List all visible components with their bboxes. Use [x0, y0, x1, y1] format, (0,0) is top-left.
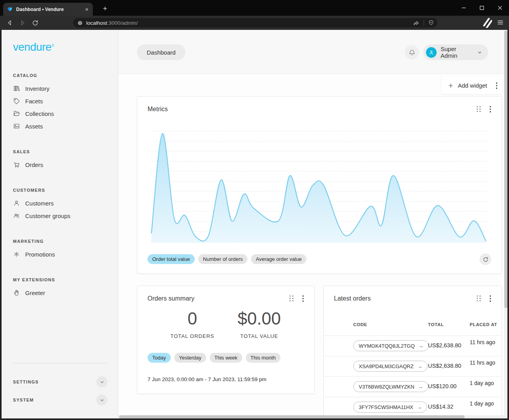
metrics-title: Metrics — [148, 106, 468, 113]
browser-tab[interactable]: Dashboard • Vendure × — [3, 3, 93, 16]
users-icon — [13, 212, 20, 219]
share-icon[interactable] — [413, 20, 420, 26]
order-row: XSA9PD4LM3CGAQRZ→US$2,638.8011 hrs ago — [324, 356, 502, 376]
address-bar[interactable]: localhost:3000/admin/ — [73, 18, 437, 28]
new-tab-button[interactable]: + — [100, 4, 110, 14]
nav-section-heading: MY EXTENSIONS — [13, 277, 107, 282]
plus-icon — [448, 83, 454, 89]
order-code-button[interactable]: XSA9PD4LM3CGAQRZ→ — [353, 361, 428, 372]
drag-handle-icon[interactable] — [290, 295, 294, 302]
sidebar-item-greeter[interactable]: Greeter — [13, 286, 107, 299]
breadcrumb[interactable]: Dashboard — [137, 44, 185, 60]
user-menu-button[interactable]: Super Admin — [423, 44, 488, 60]
tab-close-icon[interactable]: × — [84, 6, 89, 12]
latest-orders-table: CODETOTALPLACED ATWYMGK4TQQ8JL2TGQ→US$2,… — [324, 286, 502, 415]
range-tab-today[interactable]: Today — [148, 353, 171, 363]
back-button[interactable] — [5, 18, 15, 28]
sidebar-item-inventory[interactable]: Inventory — [13, 82, 107, 95]
sidebar-group-settings[interactable]: SETTINGS — [13, 373, 107, 391]
add-widget-bar: Add widget — [441, 77, 502, 94]
sidebar-group-system[interactable]: SYSTEM — [13, 391, 107, 409]
order-total: US$2,638.80 — [428, 342, 461, 348]
tab-title: Dashboard • Vendure — [16, 7, 81, 12]
cart-icon — [13, 161, 20, 168]
browser-titlebar: Dashboard • Vendure × + — [0, 0, 509, 16]
order-total: US$120.00 — [428, 383, 457, 389]
expand-button[interactable] — [96, 394, 107, 405]
nav-section-marketing: MARKETINGPromotions — [13, 239, 107, 260]
maximize-button[interactable] — [473, 0, 491, 16]
sidebar-item-label: Customer groups — [25, 213, 70, 219]
order-code-button[interactable]: 3FY7FSCWSHMA11HX→ — [353, 402, 427, 413]
nav-section-my-extensions: MY EXTENSIONSGreeter — [13, 277, 107, 299]
horizontal-scrollbar[interactable] — [118, 415, 504, 418]
order-placed-at: 1 day ago — [470, 380, 502, 387]
order-code: V3T6BW8ZQLWMYZKN — [359, 384, 414, 390]
refresh-button[interactable] — [479, 253, 491, 265]
forward-button[interactable] — [17, 18, 28, 28]
asterisk-icon — [13, 251, 20, 258]
arrow-right-icon: → — [418, 384, 423, 390]
sidebar-item-collections[interactable]: Collections — [13, 107, 107, 120]
sidebar-item-label: Greeter — [25, 290, 45, 296]
sidebar-item-assets[interactable]: Assets — [13, 120, 107, 132]
order-code-button[interactable]: V3T6BW8ZQLWMYZKN→ — [353, 381, 428, 392]
minimize-button[interactable] — [455, 0, 473, 16]
browser-profile-avatar[interactable] — [482, 18, 492, 28]
drag-handle-icon[interactable] — [477, 106, 481, 112]
sidebar-item-label: Customers — [25, 200, 54, 207]
column-header-placed-at: PLACED AT — [470, 322, 497, 327]
vertical-scrollbar-thumb[interactable] — [504, 31, 507, 308]
sidebar-item-label: Facets — [25, 98, 43, 105]
range-tab-this-month[interactable]: This month — [246, 353, 280, 363]
expand-button[interactable] — [96, 376, 107, 387]
sidebar-item-label: Collections — [25, 110, 54, 117]
stat-label: TOTAL ORDERS — [159, 333, 226, 339]
nav-section-catalog: CATALOGInventoryFacetsCollectionsAssets — [13, 73, 107, 132]
horizontal-scrollbar-thumb[interactable] — [119, 415, 465, 418]
order-code-button[interactable]: WYMGK4TQQ8JL2TGQ→ — [353, 340, 429, 351]
order-row: 3FY7FSCWSHMA11HX→US$14.321 day ago — [324, 397, 502, 415]
stat-label: TOTAL VALUE — [226, 333, 293, 339]
order-placed-at: 11 hrs ago — [470, 359, 502, 367]
metrics-tab-order-total-value[interactable]: Order total value — [148, 254, 195, 264]
order-placed-at: 1 day ago — [470, 400, 502, 407]
kebab-menu-icon[interactable] — [302, 295, 304, 302]
vendure-logo[interactable]: vendure® — [13, 41, 107, 53]
metrics-widget: Metrics Order total valueNumber of order… — [137, 96, 502, 274]
chevron-down-icon — [100, 380, 105, 385]
sidebar-item-promotions[interactable]: Promotions — [13, 248, 107, 260]
order-row: V3T6BW8ZQLWMYZKN→US$120.001 day ago — [324, 376, 502, 397]
metrics-tab-average-order-value[interactable]: Average order value — [251, 254, 306, 264]
folder-icon — [13, 110, 20, 117]
site-info-icon[interactable] — [77, 20, 83, 26]
kebab-menu-icon[interactable] — [490, 106, 491, 112]
metrics-tab-number-of-orders[interactable]: Number of orders — [198, 254, 247, 264]
sidebar-item-customer-groups[interactable]: Customer groups — [13, 209, 107, 222]
add-widget-button[interactable]: Add widget — [458, 82, 492, 89]
url-host: localhost — [86, 20, 107, 26]
image-icon — [13, 123, 20, 130]
browser-menu-icon[interactable] — [497, 19, 504, 26]
arrow-right-icon: → — [417, 404, 422, 410]
range-tab-this-week[interactable]: This week — [210, 353, 242, 363]
stat-total-orders: 0TOTAL ORDERS — [159, 309, 226, 339]
kebab-menu-icon[interactable] — [496, 83, 498, 89]
brave-shield-icon[interactable] — [428, 20, 434, 26]
vertical-scrollbar[interactable] — [504, 30, 507, 418]
sidebar-item-orders[interactable]: Orders — [13, 158, 107, 171]
metrics-chart — [151, 130, 487, 244]
range-tab-yesterday[interactable]: Yesterday — [174, 353, 206, 363]
vendure-favicon-icon — [7, 6, 13, 13]
reload-button[interactable] — [30, 18, 40, 28]
sidebar-item-facets[interactable]: Facets — [13, 95, 107, 107]
order-placed-at: 11 hrs ago — [470, 339, 502, 346]
close-window-button[interactable] — [491, 0, 509, 16]
sidebar-collapsed-sections: SETTINGSSYSTEM — [13, 373, 107, 409]
sidebar-item-customers[interactable]: Customers — [13, 197, 107, 209]
column-header-code: CODE — [353, 322, 367, 327]
nav-section-heading: CUSTOMERS — [13, 188, 107, 193]
notifications-button[interactable] — [405, 45, 419, 59]
stat-value: $0.00 — [226, 309, 293, 328]
orders-summary-stats: 0TOTAL ORDERS$0.00TOTAL VALUE — [137, 309, 314, 339]
